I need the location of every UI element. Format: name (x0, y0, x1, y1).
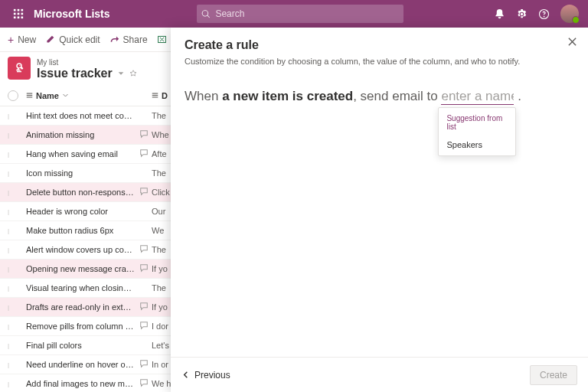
column-name[interactable]: Name (26, 91, 139, 100)
row-name: Icon missing (26, 168, 139, 178)
favorite-icon[interactable] (129, 70, 137, 77)
svg-rect-7 (18, 17, 20, 19)
app-launcher-icon[interactable] (6, 8, 31, 19)
row-name: Opening new message crashes syst… (26, 264, 139, 273)
quick-edit-button[interactable]: Quick edit (45, 34, 100, 45)
suggestion-item[interactable]: Speakers (439, 134, 515, 155)
comment-icon[interactable] (139, 244, 152, 255)
suite-header: Microsoft Lists (0, 0, 588, 28)
list-icon (8, 57, 31, 80)
svg-rect-8 (21, 17, 24, 19)
row-name: Make button radius 6px (26, 226, 139, 235)
svg-rect-2 (21, 9, 24, 11)
row-marker: | (8, 342, 26, 349)
row-marker: | (8, 266, 26, 273)
svg-rect-1 (18, 9, 20, 11)
row-marker: | (8, 247, 26, 253)
row-name: Hang when saving email (26, 149, 139, 158)
row-name: Alert window covers up command … (26, 245, 139, 254)
svg-rect-11 (27, 95, 33, 96)
row-name: Need underline on hover of help li… (26, 360, 139, 369)
comment-icon[interactable] (139, 378, 152, 389)
svg-rect-6 (14, 17, 16, 19)
comment-icon[interactable] (139, 129, 152, 140)
notifications-icon[interactable] (494, 8, 505, 20)
comment-icon[interactable] (139, 359, 152, 370)
recipient-input[interactable] (441, 89, 514, 104)
rule-sentence: When a new item is created, send email t… (171, 69, 588, 125)
row-name: Delete button non-responsive (26, 188, 139, 197)
comment-icon[interactable] (139, 263, 152, 274)
row-marker: | (8, 170, 26, 177)
row-name: Drafts are read-only in external acc… (26, 302, 139, 312)
help-icon[interactable] (538, 8, 550, 20)
row-name: Header is wrong color (26, 207, 139, 216)
row-name: Final pill colors (26, 341, 139, 350)
svg-rect-5 (21, 13, 24, 15)
panel-title: Create a rule (185, 38, 574, 52)
svg-rect-13 (152, 93, 158, 94)
new-button[interactable]: +New (8, 34, 36, 45)
app-name: Microsoft Lists (34, 8, 110, 20)
svg-rect-4 (18, 13, 20, 15)
row-name: Animation missing (26, 130, 139, 139)
row-marker: | (8, 208, 26, 215)
row-marker: | (8, 304, 26, 311)
row-marker: | (8, 285, 26, 292)
share-button[interactable]: Share (109, 34, 148, 45)
settings-icon[interactable] (516, 8, 528, 20)
row-marker: | (8, 132, 26, 139)
svg-rect-12 (27, 96, 33, 97)
svg-rect-0 (14, 9, 16, 11)
column-d[interactable]: D (152, 91, 168, 100)
row-name: Visual tearing when closing dialog (26, 283, 139, 292)
row-marker: | (8, 113, 26, 119)
list-icon (152, 92, 158, 99)
suggestion-dropdown: Suggestion from listSpeakers (438, 107, 516, 156)
previous-button[interactable]: Previous (181, 370, 230, 381)
search-box[interactable] (197, 5, 403, 23)
chevron-down-icon[interactable] (117, 70, 125, 77)
comment-icon[interactable] (139, 187, 152, 198)
comment-icon[interactable] (139, 149, 152, 159)
row-marker: | (8, 381, 26, 387)
comment-icon[interactable] (139, 321, 152, 332)
svg-rect-3 (14, 13, 16, 15)
row-marker: | (8, 361, 26, 368)
row-name: Hint text does not meet contrast (26, 111, 139, 120)
suggestion-header: Suggestion from list (439, 108, 515, 134)
select-all[interactable] (8, 90, 18, 101)
svg-rect-10 (27, 93, 33, 94)
svg-rect-15 (152, 96, 158, 97)
row-name: Add final images to new message s… (26, 379, 139, 388)
row-marker: | (8, 189, 26, 196)
row-marker: | (8, 323, 26, 330)
row-name: Remove pills from column formatti… (26, 322, 139, 331)
close-button[interactable] (567, 37, 577, 49)
chevron-down-icon (62, 92, 69, 99)
search-input[interactable] (215, 8, 399, 19)
svg-rect-14 (152, 95, 158, 96)
comment-icon[interactable] (139, 302, 152, 312)
create-rule-panel: Create a rule Customize the condition by… (171, 28, 588, 392)
user-avatar[interactable] (560, 5, 579, 23)
row-marker: | (8, 151, 26, 158)
panel-subtitle: Customize the condition by choosing a co… (185, 57, 574, 66)
create-button[interactable]: Create (530, 365, 577, 385)
list-icon (26, 92, 33, 99)
row-marker: | (8, 227, 26, 234)
